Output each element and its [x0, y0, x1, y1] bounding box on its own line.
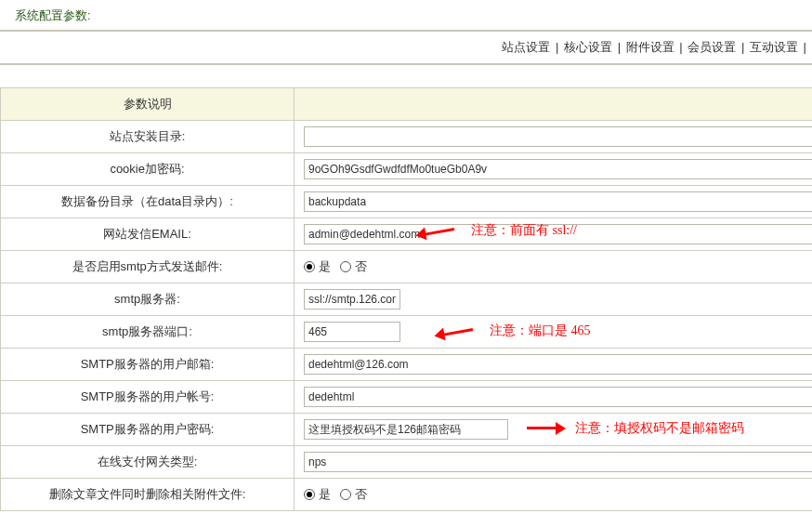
radio-icon — [340, 489, 351, 500]
row-value — [295, 186, 812, 218]
nav-attach[interactable]: 附件设置 — [626, 40, 674, 54]
annotation-text: 注意：前面有 ssl:// — [471, 222, 577, 239]
annotation-port: 注意：端口是 465 — [443, 323, 591, 339]
row-label: 站点安装目录: — [0, 121, 295, 153]
nav-sep: | — [804, 40, 806, 54]
row-value — [295, 283, 812, 316]
row-value: 注意：端口是 465 — [295, 316, 812, 349]
row-value — [295, 121, 812, 153]
row-label: 网站发信EMAIL: — [0, 218, 295, 251]
nav-core[interactable]: 核心设置 — [564, 40, 612, 54]
page-title: 系统配置参数: — [0, 0, 812, 30]
smtp-server-input[interactable] — [304, 289, 400, 310]
row-value — [295, 349, 812, 381]
annotation-ssl: 注意：前面有 ssl:// — [425, 222, 577, 239]
annotation-text: 注意：填授权码不是邮箱密码 — [575, 420, 744, 437]
nav-site[interactable]: 站点设置 — [502, 40, 550, 54]
nav-interact[interactable]: 互动设置 — [750, 40, 798, 54]
separator-line — [0, 30, 812, 32]
radio-label: 否 — [355, 258, 367, 275]
arrow-icon — [442, 321, 483, 340]
smtp-user-account-input[interactable] — [304, 387, 812, 407]
nav-member[interactable]: 会员设置 — [688, 40, 736, 54]
arrow-icon — [424, 220, 465, 240]
radio-label: 否 — [355, 486, 367, 503]
row-value: 是 否 注意：前面有 ssl:// — [295, 251, 812, 283]
nav-sep: | — [556, 40, 558, 54]
row-label: cookie加密码: — [0, 153, 295, 186]
radio-label: 是 — [319, 258, 331, 275]
install-dir-input[interactable] — [304, 126, 812, 147]
row-value: 注意：填授权码不是邮箱密码 — [295, 414, 812, 446]
annotation-text: 注意：端口是 465 — [490, 323, 591, 339]
row-value: 是 否 — [295, 479, 812, 511]
row-value — [295, 446, 812, 479]
delete-attach-no[interactable]: 否 — [340, 486, 367, 503]
row-label: 删除文章文件同时删除相关附件文件: — [0, 479, 295, 511]
row-label: 数据备份目录（在data目录内）: — [0, 186, 295, 218]
nav-sep: | — [618, 40, 621, 54]
smtp-enable-yes[interactable]: 是 — [304, 258, 331, 275]
radio-label: 是 — [319, 486, 331, 503]
smtp-enable-no[interactable]: 否 — [340, 258, 367, 275]
nav-tabs: 站点设置 | 核心设置 | 附件设置 | 会员设置 | 互动设置 | — [0, 37, 812, 63]
config-table: 参数说明 参 站点安装目录: cookie加密码: 数据备份目录（在data目录… — [0, 87, 812, 511]
row-label: smtp服务器: — [0, 283, 295, 316]
row-label: 是否启用smtp方式发送邮件: — [0, 251, 295, 283]
row-label: SMTP服务器的用户帐号: — [0, 381, 295, 414]
delete-attach-yes[interactable]: 是 — [304, 486, 331, 503]
backup-dir-input[interactable] — [304, 191, 812, 212]
row-value — [295, 153, 812, 186]
smtp-user-password-input[interactable] — [304, 419, 508, 440]
radio-icon — [304, 489, 315, 500]
payment-gateway-input[interactable] — [304, 452, 812, 472]
cookie-enc-input[interactable] — [304, 159, 812, 179]
radio-icon — [304, 261, 315, 272]
annotation-auth: 注意：填授权码不是邮箱密码 — [517, 420, 744, 437]
arrow-icon — [517, 422, 557, 435]
row-label: SMTP服务器的用户邮箱: — [0, 349, 295, 381]
header-label: 参数说明 — [0, 88, 295, 121]
radio-icon — [340, 261, 351, 272]
separator-line — [0, 63, 812, 65]
nav-sep: | — [741, 40, 744, 54]
smtp-user-email-input[interactable] — [304, 354, 812, 375]
row-label: SMTP服务器的用户密码: — [0, 414, 295, 446]
header-value: 参 — [295, 88, 812, 121]
nav-sep: | — [679, 40, 682, 54]
row-label: 在线支付网关类型: — [0, 446, 295, 479]
smtp-port-input[interactable] — [304, 322, 400, 342]
row-value — [295, 381, 812, 414]
row-label: smtp服务器端口: — [0, 316, 295, 349]
